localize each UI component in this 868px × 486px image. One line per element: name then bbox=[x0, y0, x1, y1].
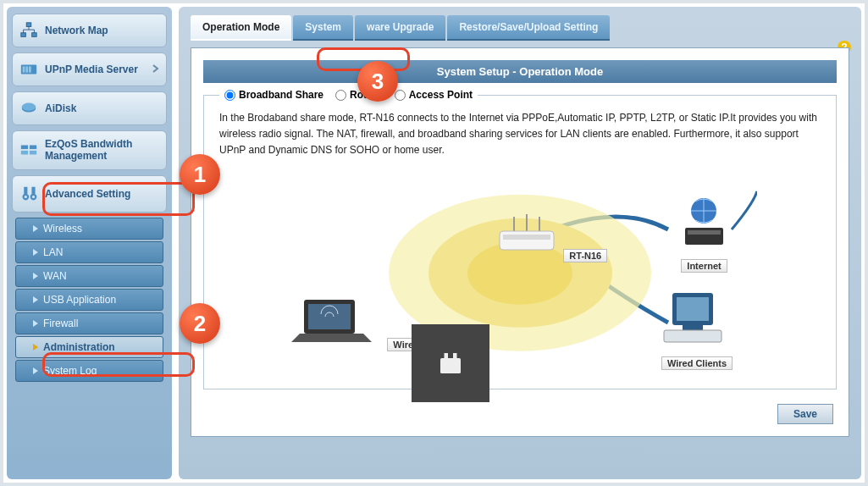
svg-rect-2 bbox=[32, 33, 36, 37]
triangle-icon bbox=[33, 296, 38, 303]
svg-rect-11 bbox=[21, 151, 28, 155]
tab-label: System bbox=[305, 21, 341, 33]
svg-rect-27 bbox=[664, 330, 721, 342]
svg-rect-16 bbox=[500, 231, 554, 250]
sub-label: System Log bbox=[43, 365, 97, 377]
sidebar-sub-wan[interactable]: WAN bbox=[15, 265, 163, 287]
sidebar-item-upnp[interactable]: UPnP Media Server bbox=[12, 52, 167, 86]
panel-title: System Setup - Operation Mode bbox=[203, 60, 837, 83]
svg-rect-10 bbox=[30, 146, 36, 150]
svg-rect-28 bbox=[440, 358, 461, 373]
aidisk-icon bbox=[19, 99, 38, 118]
svg-rect-1 bbox=[21, 33, 26, 37]
tab-firmware-upgrade[interactable]: ware Upgrade bbox=[355, 15, 445, 41]
sidebar-sub-lan[interactable]: LAN bbox=[15, 241, 163, 263]
sidebar-sub-system-log[interactable]: System Log bbox=[15, 360, 163, 382]
svg-rect-12 bbox=[30, 151, 36, 155]
mode-options: Broadband Share Router Access Point bbox=[219, 89, 478, 101]
sidebar-sub-wireless[interactable]: Wireless bbox=[15, 218, 163, 240]
tools-icon bbox=[19, 185, 38, 203]
triangle-icon bbox=[33, 344, 38, 351]
main-panel: Operation Mode System ware Upgrade Resto… bbox=[179, 7, 861, 479]
sub-label: Firewall bbox=[43, 318, 78, 329]
sidebar-label: Advanced Setting bbox=[45, 188, 130, 200]
svg-rect-22 bbox=[308, 304, 351, 329]
device-router: RT-N16 bbox=[493, 213, 607, 262]
triangle-icon bbox=[33, 225, 38, 232]
radio-router[interactable]: Router bbox=[335, 89, 383, 101]
device-wired-clients: Wired Clients bbox=[637, 289, 757, 370]
device-label: Internet bbox=[681, 259, 727, 273]
sidebar: Network Map UPnP Media Server AiDisk EzQ… bbox=[7, 7, 172, 479]
sidebar-sub-usb-application[interactable]: USB Application bbox=[15, 289, 163, 311]
topology-diagram: RT-N16 Internet Wireless Clients bbox=[283, 179, 757, 373]
tabs: Operation Mode System ware Upgrade Resto… bbox=[191, 15, 849, 41]
device-label: Wired Clients bbox=[661, 356, 733, 370]
sub-label: USB Application bbox=[43, 294, 116, 306]
tab-restore-save-upload[interactable]: Restore/Save/Upload Setting bbox=[447, 15, 610, 41]
sub-label: WAN bbox=[43, 270, 67, 282]
svg-rect-5 bbox=[25, 66, 28, 72]
sidebar-label: Network Map bbox=[45, 25, 108, 36]
chevron-right-icon bbox=[152, 64, 159, 75]
sidebar-item-network-map[interactable]: Network Map bbox=[12, 14, 167, 47]
mode-fieldset: Broadband Share Router Access Point In t… bbox=[203, 95, 837, 389]
sub-label: Wireless bbox=[43, 223, 82, 235]
sidebar-item-advanced-setting[interactable]: Advanced Setting bbox=[12, 175, 167, 213]
radio-input[interactable] bbox=[395, 90, 406, 101]
svg-rect-26 bbox=[683, 325, 703, 330]
svg-rect-25 bbox=[677, 297, 709, 321]
radio-label: Broadband Share bbox=[239, 89, 323, 101]
svg-rect-17 bbox=[503, 235, 550, 240]
content-panel: System Setup - Operation Mode Broadband … bbox=[191, 47, 849, 437]
sub-label: Administration bbox=[43, 341, 115, 353]
svg-marker-23 bbox=[291, 334, 372, 342]
sub-label: LAN bbox=[43, 246, 63, 258]
sidebar-label: EzQoS Bandwidth Management bbox=[45, 138, 159, 163]
tab-label: Operation Mode bbox=[202, 21, 279, 33]
svg-rect-9 bbox=[21, 146, 28, 150]
triangle-icon bbox=[33, 249, 38, 256]
svg-rect-4 bbox=[23, 66, 25, 72]
radio-label: Access Point bbox=[409, 89, 473, 101]
triangle-icon bbox=[33, 273, 38, 279]
radio-input[interactable] bbox=[335, 90, 346, 101]
sidebar-label: AiDisk bbox=[45, 102, 76, 114]
sidebar-item-ezqos[interactable]: EzQoS Bandwidth Management bbox=[12, 130, 167, 170]
tab-label: Restore/Save/Upload Setting bbox=[459, 21, 598, 33]
svg-rect-20 bbox=[688, 230, 721, 235]
radio-access-point[interactable]: Access Point bbox=[395, 89, 473, 101]
triangle-icon bbox=[33, 367, 38, 374]
svg-rect-6 bbox=[29, 66, 31, 72]
svg-rect-0 bbox=[26, 23, 31, 27]
tab-label: ware Upgrade bbox=[367, 21, 434, 33]
radio-input[interactable] bbox=[224, 90, 235, 101]
svg-rect-30 bbox=[453, 353, 457, 360]
svg-point-8 bbox=[22, 103, 36, 111]
sidebar-sub-firewall[interactable]: Firewall bbox=[15, 312, 163, 334]
mode-description: In the Brodaband share mode, RT-N16 conn… bbox=[219, 110, 821, 159]
device-label: RT-N16 bbox=[563, 249, 607, 262]
radio-broadband-share[interactable]: Broadband Share bbox=[224, 89, 323, 101]
overlay-square-icon bbox=[412, 324, 489, 402]
tab-system[interactable]: System bbox=[293, 15, 353, 41]
button-label: Save bbox=[793, 408, 817, 420]
sidebar-label: UPnP Media Server bbox=[45, 64, 138, 75]
device-internet: Internet bbox=[651, 196, 757, 273]
network-map-icon bbox=[19, 21, 38, 40]
media-server-icon bbox=[19, 60, 38, 79]
triangle-icon bbox=[33, 320, 38, 327]
save-button[interactable]: Save bbox=[777, 404, 833, 424]
radio-label: Router bbox=[350, 89, 383, 101]
svg-rect-29 bbox=[445, 353, 449, 360]
sidebar-item-aidisk[interactable]: AiDisk bbox=[12, 91, 167, 125]
sidebar-sub-administration[interactable]: Administration bbox=[15, 336, 163, 358]
tab-operation-mode[interactable]: Operation Mode bbox=[191, 15, 291, 41]
ezqos-icon bbox=[19, 141, 38, 159]
